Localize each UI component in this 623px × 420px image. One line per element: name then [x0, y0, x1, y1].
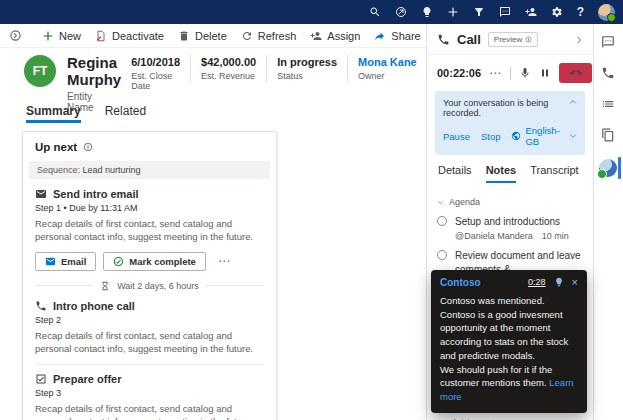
call-panel-header: Call Preview — [427, 24, 593, 55]
field-est-close-date: 6/10/2018 Est. Close Date — [121, 55, 190, 92]
step-more-button[interactable]: ⋯ — [213, 254, 236, 268]
header-fields: 6/10/2018 Est. Close Date $42,000.00 Est… — [121, 55, 452, 92]
user-avatar[interactable] — [598, 4, 615, 21]
step-prepare-offer: Prepare offer Step 3 Recap details of fi… — [35, 373, 264, 420]
recording-banner: Your conversation is being recorded. Pau… — [435, 91, 585, 155]
phone-icon[interactable] — [601, 66, 615, 80]
tab-details[interactable]: Details — [438, 164, 472, 183]
chevron-down-icon — [569, 132, 577, 140]
divider — [35, 364, 264, 365]
step-send-intro-email: Send intro email Step 1 • Due by 11:31 A… — [35, 188, 264, 271]
record-header: FT Regina Murphy Entity Name 6/10/2018 E… — [0, 48, 426, 97]
owner-link[interactable]: Mona Kane — [358, 56, 417, 68]
app-window: ? New Deactivate Delete Refresh Assign S… — [0, 0, 623, 420]
language-selector[interactable]: English-GB — [511, 125, 577, 147]
field-owner: Mona Kane Owner — [347, 55, 427, 82]
quick-create-plus-icon[interactable] — [447, 6, 459, 18]
call-panel-tabs: Details Notes Transcript — [427, 163, 593, 183]
preview-badge: Preview — [488, 32, 538, 47]
email-icon — [45, 256, 56, 267]
tab-transcript[interactable]: Transcript — [530, 164, 579, 183]
deactivate-button[interactable]: Deactivate — [88, 30, 171, 42]
agenda-section-header[interactable]: Agenda — [437, 197, 583, 207]
share-button[interactable]: Share — [367, 30, 427, 42]
tab-related[interactable]: Related — [105, 104, 146, 123]
divider — [206, 285, 264, 286]
microphone-icon[interactable] — [519, 67, 531, 79]
step-meta: Step 1 • Due by 11:31 AM — [35, 203, 264, 213]
lightbulb-icon[interactable] — [421, 6, 433, 18]
share-icon — [374, 30, 386, 42]
phone-icon — [437, 33, 450, 46]
checkbox-icon — [35, 373, 47, 385]
person-add-icon[interactable] — [525, 6, 537, 18]
agenda-item-radio[interactable] — [437, 216, 447, 226]
stop-recording-link[interactable]: Stop — [481, 131, 501, 142]
hold-pause-icon[interactable] — [539, 67, 551, 79]
deactivate-page-icon — [95, 30, 107, 42]
summary-content: Up next Sequence: Lead nurturing Send in… — [0, 123, 426, 420]
close-icon[interactable]: × — [572, 277, 578, 288]
step-description: Recap details of first contact, send cat… — [35, 217, 264, 244]
step-description: Recap details of first contact, send cat… — [35, 402, 264, 420]
delete-button[interactable]: Delete — [171, 30, 234, 42]
globe-icon — [511, 131, 521, 141]
call-panel-title: Call — [457, 32, 481, 47]
timestamp-link[interactable]: 0:28 — [528, 277, 546, 287]
popup-body: Contoso was mentioned. Contoso is a good… — [440, 294, 578, 404]
divider — [35, 285, 93, 286]
agenda-item: Setup and introductions @Daniela Mandera… — [437, 215, 583, 241]
call-more-button[interactable]: ⋯ — [489, 66, 502, 80]
sequence-bar: Sequence: Lead nurturing — [29, 161, 270, 179]
record-set-icon[interactable] — [2, 29, 29, 42]
pause-recording-link[interactable]: Pause — [443, 131, 470, 142]
help-icon[interactable]: ? — [577, 5, 584, 19]
call-timer: 00:22:06 — [437, 67, 481, 79]
chat-icon[interactable] — [601, 35, 615, 49]
call-panel: Call Preview 00:22:06 ⋯ Your conversatio… — [427, 24, 594, 420]
settings-gear-icon[interactable] — [551, 6, 563, 18]
teams-avatar[interactable] — [599, 159, 617, 177]
step-description: Recap details of first contact, send cat… — [35, 329, 264, 356]
agenda-item-radio[interactable] — [437, 250, 447, 260]
lightbulb-icon[interactable] — [554, 277, 564, 287]
target-icon[interactable] — [395, 6, 407, 18]
end-call-button[interactable] — [559, 63, 592, 83]
field-est-revenue: $42,000.00 Est. Revenue — [190, 55, 266, 82]
new-button[interactable]: New — [35, 30, 88, 42]
step-meta: Step 2 — [35, 315, 264, 325]
assign-button[interactable]: Assign — [303, 30, 367, 42]
agenda-list-icon[interactable] — [601, 97, 615, 111]
refresh-icon — [241, 30, 253, 42]
step-meta: Step 3 — [35, 388, 264, 398]
hourglass-icon — [100, 281, 110, 291]
teams-avatar-wrap — [594, 159, 621, 177]
info-icon[interactable] — [83, 142, 93, 152]
wait-row: Wait 2 days, 6 hours — [35, 281, 264, 291]
feedback-chat-icon[interactable] — [499, 6, 511, 18]
mark-complete-button[interactable]: Mark complete — [103, 252, 206, 271]
email-button[interactable]: Email — [35, 252, 96, 271]
recording-notice: Your conversation is being recorded. — [443, 98, 565, 118]
expand-panel-chevron-icon[interactable] — [574, 35, 584, 45]
chevron-down-icon — [437, 199, 444, 206]
top-nav-bar: ? — [0, 0, 623, 24]
divider — [510, 67, 511, 80]
pages-icon[interactable] — [601, 128, 615, 142]
assign-person-icon — [310, 30, 322, 42]
tab-summary[interactable]: Summary — [26, 104, 81, 123]
tab-notes[interactable]: Notes — [486, 164, 517, 183]
side-icon-strip — [594, 24, 621, 420]
record-page: New Deactivate Delete Refresh Assign Sha… — [0, 24, 427, 420]
banner-collapse-chevron-icon[interactable] — [569, 98, 577, 106]
filter-icon[interactable] — [473, 6, 485, 18]
record-tabs: Summary Related — [0, 97, 426, 123]
check-circle-icon — [113, 256, 124, 267]
up-next-title: Up next — [35, 141, 77, 153]
email-icon — [35, 188, 47, 200]
search-icon[interactable] — [369, 6, 381, 18]
info-icon — [525, 36, 532, 43]
refresh-button[interactable]: Refresh — [234, 30, 304, 42]
step-intro-phone-call: Intro phone call Step 2 Recap details of… — [35, 300, 264, 356]
phone-icon — [35, 300, 47, 312]
